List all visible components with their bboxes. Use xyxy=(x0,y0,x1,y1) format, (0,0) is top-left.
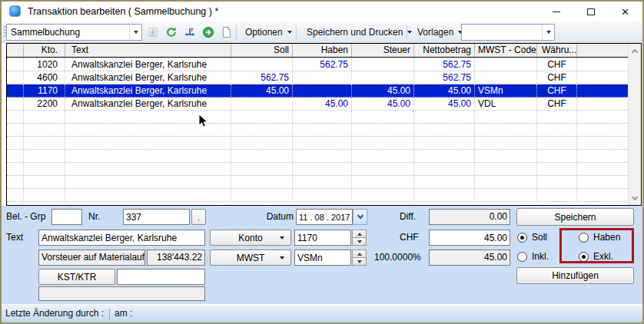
hinzufuegen-button[interactable]: Hinzufügen xyxy=(516,267,634,284)
cell-steuer xyxy=(352,150,414,162)
column-header[interactable]: MWST - Code xyxy=(475,44,537,57)
radio-soll[interactable]: Soll xyxy=(517,232,547,243)
refresh-button[interactable] xyxy=(164,25,179,40)
triangle-up-icon xyxy=(357,233,362,236)
save-and-print-menu-button[interactable]: Speichern und Drucken xyxy=(301,24,417,41)
column-header[interactable]: Text xyxy=(65,44,231,57)
table-row[interactable]: 4600Anwaltskanzlei Berger, Karlsruhe562.… xyxy=(7,71,628,84)
go-icon xyxy=(202,26,214,38)
table-empty-row[interactable] xyxy=(7,189,628,202)
column-header[interactable]: Soll xyxy=(231,44,293,57)
maximize-icon xyxy=(587,8,595,15)
combobox-dropdown-button[interactable] xyxy=(542,25,554,40)
cell-soll: 562.75 xyxy=(231,71,293,84)
vertical-scrollbar[interactable] xyxy=(628,44,641,205)
cell-extra xyxy=(577,124,628,136)
cell-c0 xyxy=(7,137,24,149)
cell-mwst xyxy=(475,137,537,149)
chevron-down-icon xyxy=(134,31,138,34)
konto-number-input[interactable] xyxy=(294,230,351,246)
cell-text xyxy=(65,150,231,162)
table-empty-row[interactable] xyxy=(7,124,628,137)
cell-steuer xyxy=(352,71,414,84)
table-row[interactable]: 1170Anwaltskanzlei Berger, Karlsruhe45.0… xyxy=(7,84,628,98)
maximize-button[interactable] xyxy=(573,2,608,21)
cell-soll xyxy=(231,111,293,123)
cell-netto xyxy=(414,189,475,201)
dot-button-label: . xyxy=(198,212,200,223)
cell-kto: 4600 xyxy=(24,71,65,84)
kst-ktr-button[interactable]: KST/KTR xyxy=(38,269,115,285)
dot-button[interactable]: . xyxy=(191,209,206,225)
datum-input[interactable] xyxy=(296,209,353,225)
cell-extra xyxy=(577,163,628,175)
templates-menu-button[interactable]: Vorlagen xyxy=(412,24,468,41)
status-separator xyxy=(109,309,110,319)
konto-spinner[interactable] xyxy=(352,230,367,246)
column-header-spacer xyxy=(7,44,24,57)
cell-soll xyxy=(231,124,293,136)
table-empty-row[interactable] xyxy=(7,137,628,150)
triangle-down-icon xyxy=(357,240,362,243)
nr-input[interactable] xyxy=(123,209,190,225)
spin-down-button[interactable] xyxy=(352,258,367,266)
speichern-button[interactable]: Speichern xyxy=(516,208,634,226)
column-header[interactable]: Steuer xyxy=(352,44,414,57)
cell-haben xyxy=(293,71,352,84)
cell-netto xyxy=(414,163,475,175)
radio-inkl[interactable]: Inkl. xyxy=(517,251,549,262)
adjust-columns-button[interactable] xyxy=(182,25,198,40)
column-header[interactable]: Kto. xyxy=(24,44,65,57)
table-empty-row[interactable] xyxy=(7,111,628,124)
konto-dropdown-button[interactable]: Konto xyxy=(210,230,291,246)
kst-ktr-input[interactable] xyxy=(117,269,205,285)
cell-haben: 45.00 xyxy=(293,98,352,110)
spin-down-button[interactable] xyxy=(352,238,367,246)
speichern-button-label: Speichern xyxy=(554,212,596,223)
spin-up-button[interactable] xyxy=(352,230,367,238)
cell-steuer xyxy=(352,58,414,71)
cell-mwst xyxy=(475,163,537,175)
template-combobox[interactable] xyxy=(461,24,555,41)
cell-steuer xyxy=(352,176,414,188)
new-document-button[interactable] xyxy=(219,25,234,40)
close-button[interactable]: ✕ xyxy=(608,2,642,21)
go-button[interactable] xyxy=(201,25,216,40)
table-empty-row[interactable] xyxy=(7,163,628,176)
adjust-columns-icon xyxy=(184,26,196,38)
bel-grp-input[interactable] xyxy=(51,209,82,225)
spin-up-button[interactable] xyxy=(352,250,367,258)
options-menu-button[interactable]: Optionen xyxy=(240,24,297,41)
cell-soll xyxy=(231,176,293,188)
table-empty-row[interactable] xyxy=(7,176,628,189)
import-icon xyxy=(147,26,159,38)
mwst-spinner[interactable] xyxy=(352,250,367,266)
column-header[interactable]: Nettobetrag xyxy=(414,44,475,57)
scroll-down-button[interactable] xyxy=(629,192,641,204)
datum-label: Datum xyxy=(265,209,294,225)
triangle-up-icon xyxy=(357,253,362,256)
table-row[interactable]: 1020Anwaltskanzlei Berger, Karlsruhe562.… xyxy=(7,58,628,71)
radio-circle xyxy=(517,252,527,262)
betrag-input[interactable] xyxy=(429,230,510,246)
cell-steuer xyxy=(352,189,414,201)
import-button xyxy=(145,25,161,40)
mwst-code-input[interactable] xyxy=(294,250,351,266)
triangle-down-icon xyxy=(357,260,362,263)
table-row[interactable]: 2200Anwaltskanzlei Berger, Karlsruhe45.0… xyxy=(7,98,628,111)
column-header[interactable]: Haben xyxy=(293,44,352,57)
mwst-dropdown-button[interactable]: MWST xyxy=(210,250,291,266)
minimize-button[interactable] xyxy=(539,2,573,21)
chf-label: CHF xyxy=(400,230,419,246)
text-input[interactable] xyxy=(38,230,205,246)
combobox-dropdown-button[interactable] xyxy=(129,25,141,40)
table-empty-row[interactable] xyxy=(7,150,628,163)
column-header[interactable]: Währu... xyxy=(537,44,577,57)
cell-mwst xyxy=(475,58,537,71)
options-label: Optionen xyxy=(245,27,283,38)
date-dropdown-button[interactable] xyxy=(353,209,367,225)
booking-type-combobox[interactable]: Sammelbuchung xyxy=(6,24,142,41)
cell-c0 xyxy=(7,150,24,162)
scroll-up-button[interactable] xyxy=(629,45,641,57)
cell-soll xyxy=(231,137,293,149)
